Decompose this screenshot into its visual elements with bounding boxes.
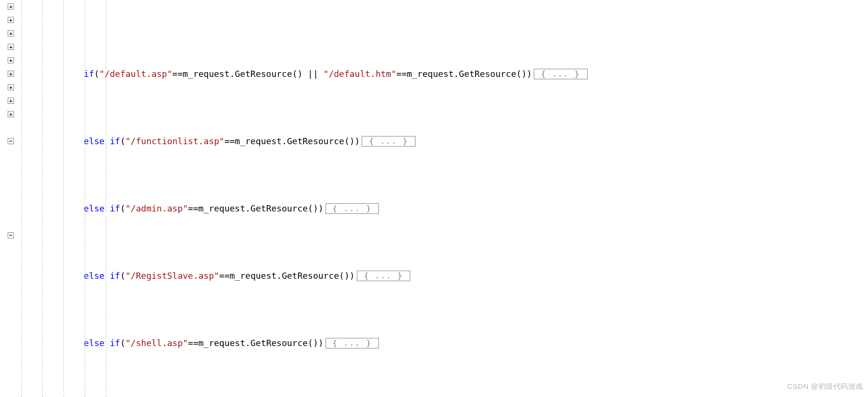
- code-line: else if("/admin.asp"==m_request.GetResou…: [21, 202, 868, 215]
- fold-toggle-icon[interactable]: [8, 3, 14, 10]
- code-editor: if("/default.asp"==m_request.GetResource…: [0, 0, 868, 397]
- keyword-if: if: [110, 135, 120, 148]
- keyword-if: if: [84, 67, 94, 81]
- fold-toggle-icon[interactable]: [8, 98, 14, 104]
- fold-toggle-icon[interactable]: [8, 44, 14, 50]
- folded-region-badge[interactable]: { ... }: [326, 338, 379, 348]
- string-literal: "/default.htm": [324, 67, 397, 81]
- keyword-else: else: [84, 135, 104, 148]
- watermark-text: CSDN @初级代码游戏: [787, 380, 863, 393]
- folded-region-badge[interactable]: { ... }: [362, 136, 415, 147]
- folded-region-badge[interactable]: { ... }: [357, 271, 410, 281]
- code-line: if("/default.asp"==m_request.GetResource…: [21, 67, 868, 81]
- code-line: else if("/functionlist.asp"==m_request.G…: [21, 135, 868, 148]
- fold-gutter: [0, 0, 21, 397]
- fold-toggle-icon[interactable]: [8, 17, 14, 23]
- code-line: else if("/shell.asp"==m_request.GetResou…: [21, 336, 868, 350]
- string-literal: "/functionlist.asp": [126, 135, 225, 148]
- string-literal: "/default.asp": [100, 67, 173, 81]
- fold-toggle-icon[interactable]: [8, 57, 14, 63]
- fold-toggle-icon[interactable]: [8, 138, 14, 144]
- folded-region-badge[interactable]: { ... }: [534, 69, 587, 79]
- fold-toggle-icon[interactable]: [8, 30, 14, 37]
- code-area[interactable]: if("/default.asp"==m_request.GetResource…: [21, 0, 868, 397]
- fold-toggle-icon[interactable]: [8, 232, 14, 238]
- fold-toggle-icon[interactable]: [8, 71, 14, 77]
- folded-region-badge[interactable]: { ... }: [326, 203, 379, 214]
- fold-toggle-icon[interactable]: [8, 111, 14, 117]
- fold-toggle-icon[interactable]: [8, 84, 14, 90]
- code-line: else if("/RegistSlave.asp"==m_request.Ge…: [21, 269, 868, 283]
